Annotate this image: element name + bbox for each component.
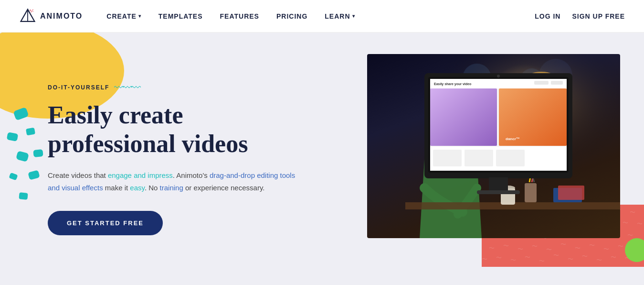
learn-chevron-icon: ▾ xyxy=(352,13,355,19)
diy-label: DO-IT-YOURSELF 〰〰〰 xyxy=(48,82,296,93)
nav-links: CREATE ▾ TEMPLATES FEATURES PRICING LEAR… xyxy=(106,12,535,20)
svg-text:〜: 〜 xyxy=(517,246,523,252)
navbar: ANIMOTO CREATE ▾ TEMPLATES FEATURES PRIC… xyxy=(0,0,644,33)
cta-button[interactable]: GET STARTED FREE xyxy=(48,211,163,235)
svg-text:〜: 〜 xyxy=(546,246,552,253)
svg-text:〜: 〜 xyxy=(611,254,616,261)
svg-point-65 xyxy=(529,77,553,87)
svg-point-76 xyxy=(427,107,475,159)
svg-rect-62 xyxy=(367,54,620,238)
svg-point-6 xyxy=(33,11,33,11)
svg-text:〜: 〜 xyxy=(630,209,635,216)
svg-point-5 xyxy=(32,9,33,10)
svg-text:〜: 〜 xyxy=(496,254,502,261)
login-button[interactable]: LOG IN xyxy=(535,12,560,20)
logo[interactable]: ANIMOTO xyxy=(19,8,83,25)
hero-section: DO-IT-YOURSELF 〰〰〰 Easily create profess… xyxy=(0,33,644,285)
svg-text:〜: 〜 xyxy=(525,254,530,261)
svg-text:〜: 〜 xyxy=(510,257,516,263)
svg-text:〜: 〜 xyxy=(489,245,495,252)
person-at-computer: Easily share your video xyxy=(367,54,620,238)
svg-text:〜: 〜 xyxy=(503,242,509,249)
svg-point-69 xyxy=(501,186,515,190)
svg-text:〜: 〜 xyxy=(596,257,602,263)
create-chevron-icon: ▾ xyxy=(138,13,141,19)
person-silhouette xyxy=(367,54,620,238)
svg-text:〜: 〜 xyxy=(582,253,588,260)
wave-decoration: 〰〰〰 xyxy=(114,82,140,93)
hero-content: DO-IT-YOURSELF 〰〰〰 Easily create profess… xyxy=(0,82,296,236)
svg-point-3 xyxy=(32,11,32,11)
svg-text:〜: 〜 xyxy=(637,220,643,227)
hero-description: Create videos that engage and impress. A… xyxy=(48,169,296,194)
hero-title: Easily create professional videos xyxy=(48,101,296,158)
nav-right: LOG IN SIGN UP FREE xyxy=(535,12,625,20)
svg-rect-70 xyxy=(525,183,537,202)
svg-point-2 xyxy=(30,10,31,11)
svg-text:〜: 〜 xyxy=(532,243,538,250)
svg-text:〜: 〜 xyxy=(539,258,545,264)
nav-create[interactable]: CREATE ▾ xyxy=(106,12,141,20)
svg-text:〜: 〜 xyxy=(568,256,573,263)
nav-templates[interactable]: TEMPLATES xyxy=(158,12,203,20)
svg-text:〜: 〜 xyxy=(627,232,633,239)
svg-text:〜: 〜 xyxy=(618,243,623,250)
animoto-logo-icon xyxy=(19,8,36,25)
svg-rect-68 xyxy=(501,188,515,205)
svg-text:〜: 〜 xyxy=(560,241,566,248)
svg-text:〜: 〜 xyxy=(623,219,628,226)
svg-point-4 xyxy=(31,11,32,12)
logo-text: ANIMOTO xyxy=(40,12,83,21)
svg-text:〜: 〜 xyxy=(482,256,487,263)
svg-text:〜: 〜 xyxy=(575,245,581,252)
svg-text:〜: 〜 xyxy=(553,252,559,259)
svg-rect-75 xyxy=(558,186,584,200)
svg-text:〜: 〜 xyxy=(589,242,595,249)
nav-features[interactable]: FEATURES xyxy=(220,12,259,20)
nav-learn[interactable]: LEARN ▾ xyxy=(325,12,355,20)
hero-image-area: 〜〜〜 〜〜〜 〜〜〜 〜〜 〜〜〜 〜〜〜 〜〜〜 〜〜 〜〜〜 〜〜〜 〜〜… xyxy=(367,47,644,267)
signup-button[interactable]: SIGN UP FREE xyxy=(572,12,625,20)
nav-pricing[interactable]: PRICING xyxy=(276,12,307,20)
svg-text:〜: 〜 xyxy=(603,246,609,252)
diy-text: DO-IT-YOURSELF xyxy=(48,84,109,91)
